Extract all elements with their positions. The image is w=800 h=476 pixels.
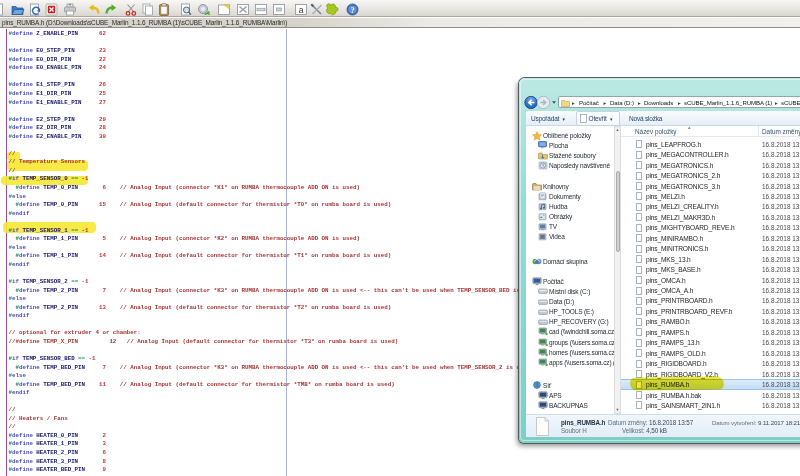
svg-text:a: a [299,5,304,15]
svg-text:?: ? [350,5,354,15]
